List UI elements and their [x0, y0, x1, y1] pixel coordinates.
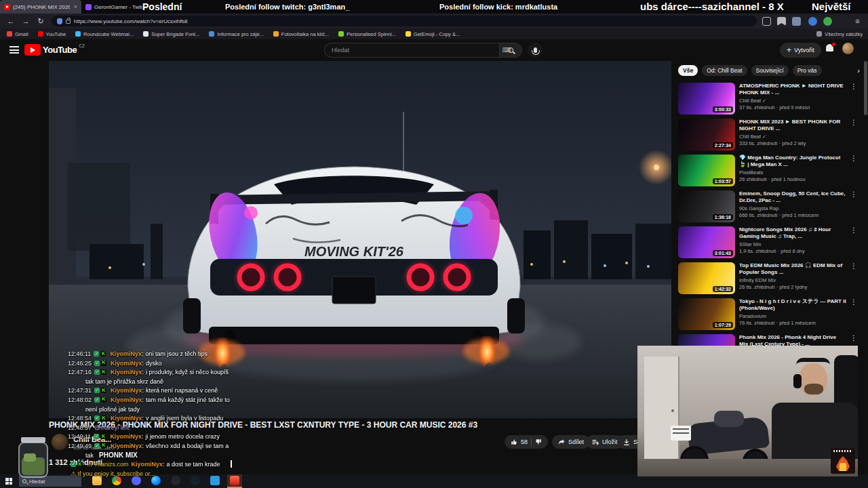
- bookmarks-library-icon[interactable]: [777, 17, 786, 26]
- page-scrollbar[interactable]: [863, 39, 868, 474]
- back-icon[interactable]: ←: [5, 16, 16, 26]
- suggested-video-channel[interactable]: Infinity EDM Mix: [739, 277, 846, 283]
- suggested-video-channel[interactable]: Chill Beat✓: [739, 134, 846, 140]
- suggested-video-title[interactable]: Tokyo - N i g h t D r i v e ステラ — PART I…: [739, 298, 846, 312]
- video-thumbnail[interactable]: 1:03:57: [678, 155, 735, 186]
- overlay-last-follow-kick: Poslední follow kick: mrdkatlusta: [439, 3, 557, 11]
- bookmark-favicon-icon: [143, 31, 149, 37]
- adblock-icon[interactable]: [823, 17, 832, 26]
- chat-message: není plošné jak tady: [68, 405, 353, 415]
- bookmark-item[interactable]: Fotovoltaika na klíč...: [273, 31, 329, 37]
- close-tab-icon[interactable]: ×: [73, 3, 77, 10]
- url-text[interactable]: https://www.youtube.com/watch?v=erUcsxih…: [74, 18, 187, 24]
- video-thumbnail[interactable]: 1:42:32: [678, 262, 735, 294]
- video-thumbnail[interactable]: 1:07:29: [678, 298, 735, 330]
- chat-username[interactable]: KiyomiNyx: [111, 443, 146, 449]
- account-icon[interactable]: [808, 17, 817, 26]
- suggested-video[interactable]: 3:01:43 Nightcore Songs Mix 2026 ♫ 3 Hou…: [678, 226, 864, 258]
- chat-username[interactable]: KiyomiNyx: [111, 387, 146, 394]
- filter-chip[interactable]: Související: [751, 65, 789, 76]
- kick-badge-icon: [101, 369, 106, 375]
- chat-timestamp: 12:48:57: [68, 424, 92, 431]
- suggested-video-title[interactable]: Eminem, Snoop Dogg, 50 Cent, Ice Cube, D…: [739, 190, 846, 204]
- create-button[interactable]: + Vytvořit: [780, 43, 821, 58]
- chat-timestamp: 12:48:02: [68, 396, 92, 403]
- download-icon: [623, 439, 630, 445]
- chat-username[interactable]: KiyomiNyx: [111, 360, 146, 367]
- chat-username[interactable]: KiyomiNyx: [110, 433, 145, 440]
- all-bookmarks-button[interactable]: Všechny záložky: [816, 28, 863, 39]
- chat-timestamp: 12:49:11: [68, 433, 91, 440]
- tab-youtube[interactable]: (245) PHONK MIX 2026 - P ×: [0, 0, 81, 14]
- filter-chip[interactable]: Pro vás: [793, 65, 822, 76]
- suggested-video-channel[interactable]: PixelBeats: [739, 169, 846, 176]
- chat-username[interactable]: KiyomiNyx: [111, 369, 146, 375]
- video-thumbnail[interactable]: 2:27:34: [678, 119, 735, 150]
- address-bar[interactable]: https://www.youtube.com/watch?v=erUcsxih…: [52, 16, 757, 26]
- suggested-video[interactable]: 1:42:32 Top EDM Music Mix 2026 🎧 EDM Mix…: [678, 262, 864, 294]
- suggested-video-channel[interactable]: Paradoxium: [739, 313, 846, 319]
- bookmark-item[interactable]: Personalised Spinni...: [338, 31, 396, 37]
- scrollbar-thumb[interactable]: [864, 61, 867, 115]
- guide-hamburger-icon[interactable]: [9, 46, 19, 54]
- bookmark-item[interactable]: Roundcube Webmai...: [75, 31, 134, 37]
- suggested-video[interactable]: 1:36:16 Eminem, Snoop Dogg, 50 Cent, Ice…: [678, 190, 864, 222]
- suggested-video[interactable]: 3:00:33 ATMOSPHERIC PHONK ► NIGHT DRIVE …: [678, 83, 864, 115]
- motorcycle-plate: [671, 426, 691, 441]
- suggested-video-channel[interactable]: Chill Beat✓: [739, 98, 846, 104]
- notification-badge: [831, 42, 836, 47]
- search-input[interactable]: [324, 43, 499, 58]
- video-thumbnail[interactable]: 1:36:16: [678, 190, 735, 222]
- filter-chip[interactable]: Vše: [678, 65, 698, 76]
- menu-icon[interactable]: ≡: [853, 17, 862, 26]
- notifications-bell[interactable]: [825, 44, 834, 54]
- chat-text: v anglii jsem byla v listopadu: [146, 415, 223, 422]
- more-options-icon[interactable]: ⋮: [850, 83, 857, 115]
- suggested-video[interactable]: 1:03:57 💎 Mega Man Country: Jungle Proto…: [678, 155, 864, 186]
- chat-username[interactable]: KiyomiNyx: [131, 461, 166, 468]
- tracking-shield-icon[interactable]: [57, 18, 62, 24]
- suggested-video-title[interactable]: 💎 Mega Man Country: Jungle Protocol 🍃 | …: [739, 155, 846, 168]
- video-thumbnail[interactable]: 3:01:43: [678, 226, 735, 258]
- more-options-icon[interactable]: ⋮: [850, 119, 857, 150]
- filter-chip[interactable]: Od: Chill Beat: [702, 65, 747, 76]
- chat-text: ji jenom metro docela crazy: [145, 433, 220, 440]
- duration-badge: 3:01:43: [713, 250, 733, 256]
- channel-avatar[interactable]: [52, 434, 68, 450]
- bookmark-item[interactable]: YouTube: [38, 31, 66, 37]
- duration-badge: 1:07:29: [713, 322, 733, 328]
- bookmark-item[interactable]: Super Brigade Font...: [143, 31, 199, 37]
- like-dislike-buttons[interactable]: 58: [505, 435, 548, 449]
- chat-username[interactable]: KiyomiNyx: [111, 415, 146, 422]
- more-options-icon[interactable]: ⋮: [850, 190, 857, 222]
- screenshot-icon[interactable]: [762, 17, 771, 26]
- bookmark-item[interactable]: Informace pro záje...: [209, 31, 263, 37]
- suggested-video-title[interactable]: Nightcore Songs Mix 2026 ♫ 3 Hour Gaming…: [739, 226, 846, 240]
- bookmark-item[interactable]: GetEmoji - Copy &...: [406, 31, 460, 37]
- lock-icon[interactable]: [66, 20, 71, 24]
- youtube-logo[interactable]: YouTube CZ: [24, 44, 85, 56]
- suggested-video-title[interactable]: Top EDM Music Mix 2026 🎧 EDM Mix of Popu…: [739, 262, 846, 276]
- video-thumbnail[interactable]: 3:00:33: [678, 83, 735, 115]
- chat-username[interactable]: KiyomiNyx: [111, 396, 146, 403]
- extensions-icon[interactable]: [792, 17, 801, 26]
- suggested-video-channel[interactable]: SStar Mix: [739, 241, 846, 247]
- more-options-icon[interactable]: ⋮: [850, 298, 857, 330]
- suggested-video-title[interactable]: ATMOSPHERIC PHONK ► NIGHT DRIVE PHONK MI…: [739, 83, 846, 96]
- reload-icon[interactable]: ↻: [35, 16, 46, 26]
- suggested-video[interactable]: 1:07:29 Tokyo - N i g h t D r i v e ステラ …: [678, 298, 864, 330]
- share-button[interactable]: Sdílet: [552, 435, 590, 449]
- suggested-video[interactable]: 2:27:34 PHONK MIX 2023 ► BEST PHONK FOR …: [678, 119, 864, 150]
- voice-search-button[interactable]: [528, 43, 542, 58]
- chat-bot-prefix: ⚠ Thanizs.com: [87, 461, 128, 468]
- suggested-video-channel[interactable]: 90s Gangsta Rap: [739, 205, 846, 211]
- forward-icon[interactable]: →: [20, 16, 31, 26]
- suggested-video-title[interactable]: PHONK MIX 2023 ► BEST PHONK FOR NIGHT DR…: [739, 119, 846, 132]
- more-options-icon[interactable]: ⋮: [850, 155, 857, 186]
- bookmark-item[interactable]: Gmail: [7, 31, 28, 37]
- more-options-icon[interactable]: ⋮: [850, 226, 857, 258]
- duration-badge: 1:42:32: [713, 286, 733, 292]
- more-options-icon[interactable]: ⋮: [850, 262, 857, 294]
- chat-username[interactable]: KiyomiNyx: [110, 350, 145, 357]
- profile-avatar[interactable]: [842, 43, 854, 54]
